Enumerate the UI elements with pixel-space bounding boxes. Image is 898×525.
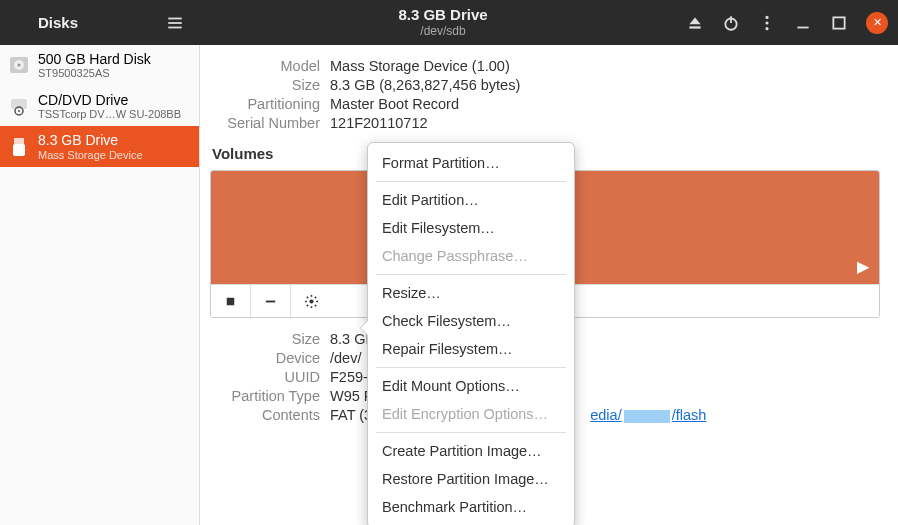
menu-edit-mount-options[interactable]: Edit Mount Options… bbox=[368, 372, 574, 400]
minimize-icon[interactable] bbox=[794, 14, 812, 32]
size-label: Size bbox=[210, 77, 320, 93]
close-icon[interactable]: ✕ bbox=[866, 12, 888, 34]
menu-arrow-icon bbox=[361, 321, 368, 335]
vol-uuid-label: UUID bbox=[210, 369, 320, 385]
vol-contents-label: Contents bbox=[210, 407, 320, 423]
svg-rect-18 bbox=[14, 138, 24, 144]
menu-format-partition[interactable]: Format Partition… bbox=[368, 149, 574, 177]
svg-point-9 bbox=[765, 27, 768, 30]
partitioning-label: Partitioning bbox=[210, 96, 320, 112]
sidebar-item-sub: Mass Storage Device bbox=[38, 149, 143, 162]
usb-icon bbox=[8, 136, 30, 158]
menu-edit-encryption-options: Edit Encryption Options… bbox=[368, 400, 574, 428]
svg-point-17 bbox=[18, 110, 20, 112]
svg-point-8 bbox=[765, 21, 768, 24]
sidebar-item-sub: ST9500325AS bbox=[38, 67, 151, 80]
vol-device-label: Device bbox=[210, 350, 320, 366]
size-value: 8.3 GB (8,263,827,456 bytes) bbox=[330, 77, 520, 93]
svg-rect-20 bbox=[227, 297, 235, 305]
minus-button[interactable] bbox=[251, 285, 291, 318]
sidebar-item-usb[interactable]: 8.3 GB Drive Mass Storage Device bbox=[0, 126, 199, 167]
stop-button[interactable] bbox=[211, 285, 251, 318]
sidebar-item-hdd[interactable]: 500 GB Hard Disk ST9500325AS bbox=[0, 45, 199, 86]
drive-title: 8.3 GB Drive bbox=[200, 6, 686, 24]
serial-value: 121F20110712 bbox=[330, 115, 428, 131]
svg-rect-19 bbox=[13, 144, 25, 156]
svg-point-14 bbox=[18, 64, 21, 67]
sidebar-item-label: 8.3 GB Drive bbox=[38, 132, 143, 148]
hamburger-icon[interactable] bbox=[166, 14, 184, 32]
play-icon[interactable]: ▶ bbox=[857, 257, 869, 276]
vol-ptype-label: Partition Type bbox=[210, 388, 320, 404]
hdd-icon bbox=[8, 54, 30, 76]
context-menu: Format Partition… Edit Partition… Edit F… bbox=[367, 142, 575, 525]
eject-icon[interactable] bbox=[686, 14, 704, 32]
more-icon[interactable] bbox=[758, 14, 776, 32]
svg-point-7 bbox=[765, 15, 768, 18]
power-icon[interactable] bbox=[722, 14, 740, 32]
menu-restore-partition-image[interactable]: Restore Partition Image… bbox=[368, 465, 574, 493]
mount-link[interactable]: /flash bbox=[672, 407, 707, 423]
menu-resize[interactable]: Resize… bbox=[368, 279, 574, 307]
menu-change-passphrase: Change Passphrase… bbox=[368, 242, 574, 270]
svg-marker-3 bbox=[689, 17, 700, 24]
sidebar-item-label: 500 GB Hard Disk bbox=[38, 51, 151, 67]
menu-check-filesystem[interactable]: Check Filesystem… bbox=[368, 307, 574, 335]
sidebar-item-cd[interactable]: CD/DVD Drive TSSTcorp DV…W SU-208BB bbox=[0, 86, 199, 127]
sidebar-item-label: CD/DVD Drive bbox=[38, 92, 181, 108]
menu-edit-filesystem[interactable]: Edit Filesystem… bbox=[368, 214, 574, 242]
maximize-icon[interactable] bbox=[830, 14, 848, 32]
mount-link-prefix[interactable]: edia/ bbox=[590, 407, 621, 423]
menu-benchmark-partition[interactable]: Benchmark Partition… bbox=[368, 493, 574, 521]
vol-size-label: Size bbox=[210, 331, 320, 347]
menu-repair-filesystem[interactable]: Repair Filesystem… bbox=[368, 335, 574, 363]
titlebar: Disks 8.3 GB Drive /dev/sdb ✕ bbox=[0, 0, 898, 45]
partitioning-value: Master Boot Record bbox=[330, 96, 459, 112]
model-value: Mass Storage Device (1.00) bbox=[330, 58, 510, 74]
serial-label: Serial Number bbox=[210, 115, 320, 131]
app-name: Disks bbox=[38, 14, 78, 31]
svg-point-22 bbox=[309, 299, 313, 303]
sidebar: 500 GB Hard Disk ST9500325AS CD/DVD Driv… bbox=[0, 45, 200, 525]
vol-uuid-value: F259- bbox=[330, 369, 368, 385]
menu-create-partition-image[interactable]: Create Partition Image… bbox=[368, 437, 574, 465]
vol-device-value: /dev/ bbox=[330, 350, 361, 366]
menu-edit-partition[interactable]: Edit Partition… bbox=[368, 186, 574, 214]
sidebar-item-sub: TSSTcorp DV…W SU-208BB bbox=[38, 108, 181, 121]
svg-rect-11 bbox=[833, 17, 844, 28]
gear-button[interactable] bbox=[291, 285, 331, 318]
model-label: Model bbox=[210, 58, 320, 74]
svg-rect-4 bbox=[689, 26, 700, 28]
drive-path: /dev/sdb bbox=[200, 24, 686, 38]
cd-icon bbox=[8, 95, 30, 117]
